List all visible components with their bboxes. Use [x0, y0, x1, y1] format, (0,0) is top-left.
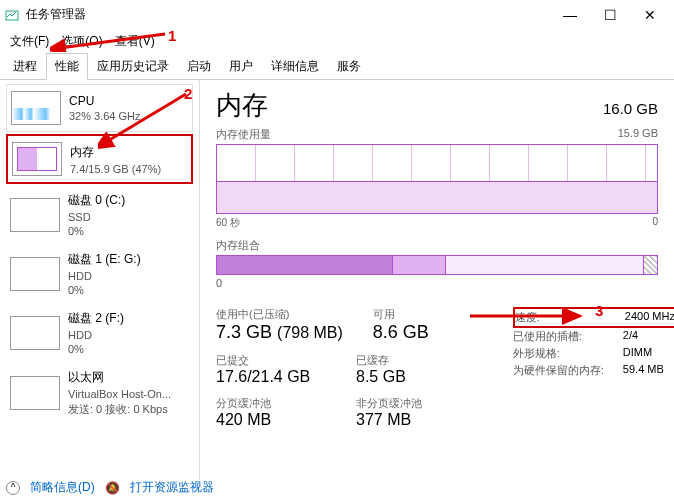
page-title: 内存: [216, 88, 268, 123]
close-button[interactable]: ✕: [630, 0, 670, 30]
menu-options[interactable]: 选项(O): [55, 31, 108, 52]
minimize-button[interactable]: —: [550, 0, 590, 30]
sidebar-item-cpu[interactable]: CPU32% 3.64 GHz: [6, 84, 193, 132]
window-title: 任务管理器: [26, 6, 550, 23]
net-thumb: [10, 376, 60, 410]
cpu-thumb: [11, 91, 61, 125]
menu-file[interactable]: 文件(F): [4, 31, 55, 52]
mem-composition-chart: [216, 255, 658, 275]
chevron-up-icon[interactable]: ^: [6, 481, 20, 495]
open-resource-monitor-link[interactable]: 打开资源监视器: [130, 479, 214, 496]
maximize-button[interactable]: ☐: [590, 0, 630, 30]
sidebar-item-memory[interactable]: 内存7.4/15.9 GB (47%): [6, 134, 193, 184]
mem-speed: 2400 MHz: [625, 310, 674, 325]
sidebar-item-disk2[interactable]: 磁盘 2 (F:)HDD0%: [6, 304, 193, 361]
disk-thumb: [10, 198, 60, 232]
tab-history[interactable]: 应用历史记录: [88, 53, 178, 79]
perf-sidebar: CPU32% 3.64 GHz 内存7.4/15.9 GB (47%) 磁盘 0…: [0, 80, 200, 480]
mem-usage-chart: [216, 144, 658, 214]
tab-users[interactable]: 用户: [220, 53, 262, 79]
tab-startup[interactable]: 启动: [178, 53, 220, 79]
tabbar: 进程 性能 应用历史记录 启动 用户 详细信息 服务: [0, 52, 674, 80]
tab-processes[interactable]: 进程: [4, 53, 46, 79]
tab-performance[interactable]: 性能: [46, 53, 88, 80]
mem-details-table: 速度:2400 MHz 已使用的插槽:2/4 外形规格:DIMM 为硬件保留的内…: [513, 307, 674, 429]
mem-thumb: [12, 142, 62, 176]
brief-info-link[interactable]: 简略信息(D): [30, 479, 95, 496]
sidebar-item-disk1[interactable]: 磁盘 1 (E: G:)HDD0%: [6, 245, 193, 302]
monitor-icon: 🔕: [105, 481, 120, 495]
disk-thumb: [10, 316, 60, 350]
menubar: 文件(F) 选项(O) 查看(V): [0, 30, 674, 52]
tab-details[interactable]: 详细信息: [262, 53, 328, 79]
tab-services[interactable]: 服务: [328, 53, 370, 79]
sidebar-item-disk0[interactable]: 磁盘 0 (C:)SSD0%: [6, 186, 193, 243]
mem-total: 16.0 GB: [603, 100, 658, 117]
disk-thumb: [10, 257, 60, 291]
app-icon: [4, 7, 20, 23]
sidebar-item-ethernet[interactable]: 以太网VirtualBox Host-On...发送: 0 接收: 0 Kbps: [6, 363, 193, 423]
menu-view[interactable]: 查看(V): [109, 31, 161, 52]
